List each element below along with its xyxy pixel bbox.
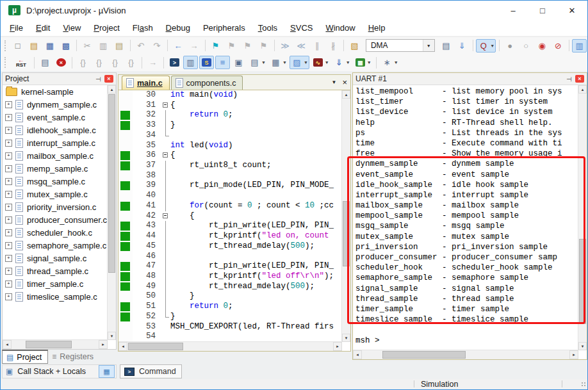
- undo-icon[interactable]: ↶: [133, 39, 148, 53]
- minimize-button[interactable]: –: [498, 1, 528, 20]
- chevron-down-icon[interactable]: ▼: [325, 60, 329, 65]
- tree-item[interactable]: +memp_sample.c: [3, 162, 108, 175]
- tree-item[interactable]: +dynmem_sample.c: [3, 98, 108, 111]
- fold-marker[interactable]: [161, 101, 170, 111]
- toolbox-icon[interactable]: ∗▼: [380, 56, 400, 69]
- new-file-icon[interactable]: □: [10, 39, 25, 53]
- scroll-up-icon[interactable]: ▴: [108, 85, 116, 93]
- stop-icon[interactable]: ×: [54, 56, 69, 69]
- reset-cpu-button[interactable]: ←RST: [13, 56, 29, 70]
- save-icon[interactable]: ▦: [42, 39, 57, 53]
- chevron-down-icon[interactable]: ▼: [261, 60, 266, 65]
- close-button[interactable]: ✕: [557, 1, 587, 20]
- menu-item-file[interactable]: File: [3, 21, 29, 35]
- target-options-icon[interactable]: ▤: [439, 39, 453, 53]
- search-icon[interactable]: Q▼: [476, 39, 496, 53]
- project-tree-vscrollbar[interactable]: ▴ ▾: [107, 85, 116, 340]
- tree-item[interactable]: +thread_sample.c: [3, 264, 108, 277]
- menu-item-tools[interactable]: Tools: [252, 21, 284, 35]
- scroll-thumb[interactable]: [128, 343, 183, 350]
- bookmark-next-icon[interactable]: ⚑: [240, 39, 255, 53]
- step-over-icon[interactable]: {}: [92, 56, 106, 69]
- chevron-down-icon[interactable]: ▼: [394, 60, 398, 65]
- tab-registers[interactable]: ≡Registers: [48, 350, 99, 364]
- expand-icon[interactable]: +: [5, 178, 12, 185]
- expand-icon[interactable]: +: [5, 229, 12, 236]
- expand-icon[interactable]: +: [5, 191, 12, 198]
- editor-hscrollbar[interactable]: ◂ ▸: [118, 341, 342, 351]
- tree-item[interactable]: +signal_sample.c: [3, 252, 108, 264]
- run-to-cursor-icon[interactable]: {}: [124, 56, 138, 69]
- comment-icon[interactable]: ∥: [309, 39, 324, 53]
- step-out-icon[interactable]: {}: [108, 56, 122, 69]
- menu-item-debug[interactable]: Debug: [159, 21, 197, 35]
- outdent-icon[interactable]: ≪: [293, 39, 308, 53]
- titlebar[interactable]: µ D:\project.uvprojx - µVision – □ ✕: [1, 1, 587, 20]
- tab-list-icon[interactable]: ▼: [331, 79, 336, 85]
- scroll-up-icon[interactable]: ▴: [578, 85, 587, 93]
- paste-icon[interactable]: ▤: [112, 39, 127, 53]
- menu-item-svcs[interactable]: SVCS: [284, 21, 319, 35]
- command-window-icon[interactable]: >: [167, 56, 182, 69]
- registers-window-icon[interactable]: ≡: [215, 56, 230, 69]
- system-viewer-icon[interactable]: ▦▼: [353, 56, 373, 69]
- tab-project[interactable]: ▤Project: [2, 350, 48, 364]
- next-statement-icon[interactable]: →: [145, 56, 160, 69]
- expand-icon[interactable]: +: [5, 242, 12, 249]
- step-icon[interactable]: {}: [76, 56, 90, 69]
- tree-item[interactable]: +timer_sample.c: [3, 277, 108, 290]
- tree-item[interactable]: +mutex_sample.c: [3, 188, 108, 200]
- code-editor[interactable]: 30int main(void)31{32 return 0;33}3435in…: [118, 90, 342, 342]
- watch-window-icon[interactable]: ▤▼: [247, 56, 267, 69]
- breakpoint-kill-icon[interactable]: ⊘: [551, 39, 566, 53]
- expand-icon[interactable]: +: [5, 114, 12, 121]
- expand-icon[interactable]: +: [5, 280, 12, 288]
- indent-icon[interactable]: ≫: [277, 39, 292, 53]
- expand-icon[interactable]: +: [5, 152, 12, 159]
- navigate-forward-icon[interactable]: →: [187, 39, 202, 53]
- pin-icon[interactable]: ⊤: [95, 75, 102, 83]
- tree-item[interactable]: +mailbox_sample.c: [3, 149, 108, 162]
- callstack-bar[interactable]: ▣ Call Stack + Locals ▦: [2, 364, 117, 378]
- bookmark-clear-icon[interactable]: ⚑: [256, 39, 271, 53]
- cut-icon[interactable]: ✂: [80, 39, 95, 53]
- expand-icon[interactable]: +: [5, 293, 12, 300]
- bookmark-toggle-icon[interactable]: ⚑: [208, 39, 223, 53]
- chevron-down-icon[interactable]: ▼: [423, 40, 434, 51]
- expand-icon[interactable]: +: [5, 165, 12, 172]
- scroll-left-icon[interactable]: ◂: [3, 340, 12, 349]
- scroll-thumb[interactable]: [26, 341, 72, 348]
- maximize-button[interactable]: □: [528, 1, 557, 20]
- menu-item-peripherals[interactable]: Peripherals: [197, 21, 252, 35]
- expand-icon[interactable]: +: [5, 140, 12, 147]
- chevron-down-icon[interactable]: ▼: [367, 60, 372, 65]
- editor-tab-main-c[interactable]: main.c: [122, 76, 170, 90]
- chevron-down-icon[interactable]: ▼: [346, 60, 350, 65]
- scroll-left-icon[interactable]: ◂: [353, 350, 362, 359]
- close-icon[interactable]: ×: [575, 75, 584, 83]
- open-file-icon[interactable]: ▤: [26, 39, 41, 53]
- chevron-down-icon[interactable]: ▼: [490, 44, 494, 48]
- uncomment-icon[interactable]: ∦: [325, 39, 340, 53]
- callstack-window-icon[interactable]: ▣: [231, 56, 246, 69]
- editor-tab-components-c[interactable]: components.c: [171, 76, 243, 90]
- fold-marker[interactable]: [161, 150, 170, 161]
- scroll-down-icon[interactable]: ▾: [578, 342, 587, 350]
- chevron-down-icon[interactable]: ▼: [282, 60, 287, 65]
- scroll-down-icon[interactable]: ▾: [108, 332, 116, 340]
- scroll-right-icon[interactable]: ▸: [333, 342, 342, 351]
- scroll-right-icon[interactable]: ▸: [569, 350, 578, 359]
- project-tree-hscrollbar[interactable]: ◂ ▸: [3, 339, 108, 349]
- scroll-left-icon[interactable]: ◂: [118, 342, 127, 351]
- disassembly-window-icon[interactable]: ▥: [183, 56, 198, 69]
- scroll-up-icon[interactable]: ▴: [342, 90, 350, 99]
- expand-icon[interactable]: +: [5, 101, 12, 108]
- target-select[interactable]: DMA▼: [366, 39, 435, 52]
- tree-root-folder[interactable]: kernel-sample: [3, 85, 108, 98]
- expand-icon[interactable]: +: [5, 204, 12, 211]
- close-icon[interactable]: ×: [104, 75, 113, 83]
- trace-window-icon[interactable]: ⇓▼: [332, 56, 352, 69]
- breakpoint-insert-icon[interactable]: ●: [503, 39, 518, 53]
- scroll-down-icon[interactable]: ▾: [342, 334, 350, 342]
- tree-item[interactable]: +msgq_sample.c: [3, 175, 108, 188]
